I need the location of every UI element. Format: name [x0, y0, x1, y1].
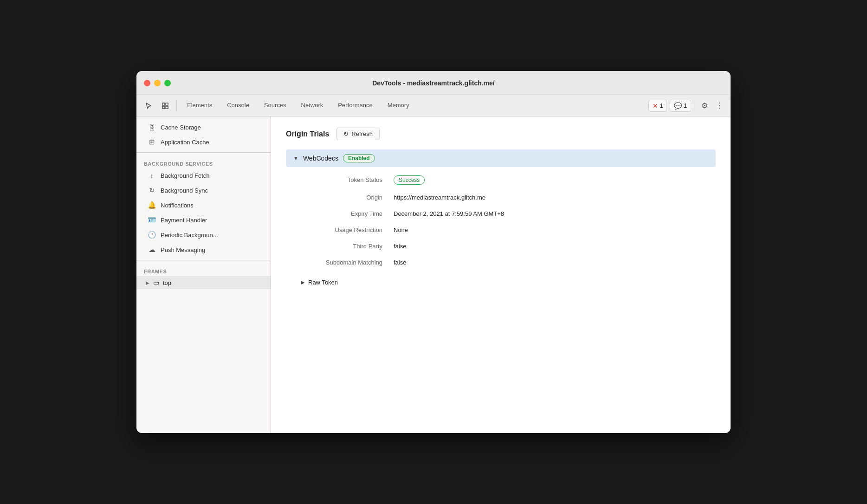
close-button[interactable]	[144, 80, 150, 86]
svg-rect-0	[162, 103, 165, 105]
tab-network[interactable]: Network	[294, 95, 331, 116]
label-third-party: Third Party	[301, 243, 394, 250]
sidebar-item-background-sync[interactable]: ↻ Background Sync	[136, 183, 271, 198]
trial-name: WebCodecs	[303, 155, 338, 162]
sidebar-label-payment-handler: Payment Handler	[161, 217, 207, 224]
tab-console[interactable]: Console	[220, 95, 257, 116]
panel-title: Origin Trials	[286, 130, 329, 138]
label-subdomain-matching: Subdomain Matching	[301, 259, 394, 266]
label-expiry-time: Expiry Time	[301, 210, 394, 217]
data-section: Token Status Success Origin https://medi…	[286, 167, 716, 274]
error-count: 1	[660, 103, 663, 109]
traffic-lights	[144, 80, 171, 86]
panel-header: Origin Trials ↻ Refresh	[286, 128, 716, 140]
sidebar-item-background-fetch[interactable]: ↕ Background Fetch	[136, 168, 271, 183]
sidebar-divider-2	[136, 260, 271, 260]
periodic-background-icon: 🕐	[148, 231, 156, 239]
subdomain-matching-value: false	[394, 259, 406, 266]
notifications-icon: 🔔	[148, 201, 156, 209]
svg-rect-3	[166, 106, 168, 109]
sidebar-item-notifications[interactable]: 🔔 Notifications	[136, 198, 271, 213]
label-origin: Origin	[301, 194, 394, 201]
sidebar-label-push-messaging: Push Messaging	[161, 246, 205, 253]
tab-sources[interactable]: Sources	[257, 95, 294, 116]
svg-rect-1	[166, 103, 168, 105]
error-icon: ✕	[653, 102, 658, 110]
tab-performance[interactable]: Performance	[330, 95, 380, 116]
trial-expand-arrow: ▼	[293, 155, 298, 161]
inspect-icon[interactable]	[157, 97, 174, 114]
push-messaging-icon: ☁	[148, 246, 156, 254]
maximize-button[interactable]	[164, 80, 171, 86]
tab-memory[interactable]: Memory	[380, 95, 417, 116]
background-services-label: Background Services	[136, 155, 271, 168]
devtools-window: DevTools - mediastreamtrack.glitch.me/ E…	[136, 71, 731, 433]
frame-folder-icon: ▭	[153, 279, 159, 286]
refresh-button[interactable]: ↻ Refresh	[336, 128, 380, 140]
third-party-value: false	[394, 243, 406, 250]
sidebar-item-periodic-background[interactable]: 🕐 Periodic Backgroun...	[136, 227, 271, 242]
badge-group: ✕ 1 💬 1	[648, 100, 691, 112]
error-badge-button[interactable]: ✕ 1	[648, 100, 667, 112]
minimize-button[interactable]	[154, 80, 161, 86]
trial-row[interactable]: ▼ WebCodecs Enabled	[286, 149, 716, 167]
tab-elements[interactable]: Elements	[180, 95, 220, 116]
data-row-subdomain-matching: Subdomain Matching false	[286, 254, 716, 271]
sidebar-divider-1	[136, 152, 271, 153]
message-icon: 💬	[674, 102, 682, 110]
expiry-time-value: December 2, 2021 at 7:59:59 AM GMT+8	[394, 210, 504, 217]
tab-bar: Elements Console Sources Network Perform…	[136, 95, 731, 116]
raw-token-arrow-icon: ▶	[301, 279, 304, 285]
sidebar-label-background-fetch: Background Fetch	[161, 172, 210, 179]
origin-value: https://mediastreamtrack.glitch.me	[394, 194, 485, 201]
sidebar-label-cache-storage: Cache Storage	[161, 124, 201, 131]
message-count: 1	[684, 103, 687, 109]
token-status-value: Success	[394, 175, 425, 185]
refresh-label: Refresh	[351, 130, 373, 137]
usage-restriction-value: None	[394, 226, 408, 233]
sidebar-item-payment-handler[interactable]: 🪪 Payment Handler	[136, 213, 271, 227]
enabled-badge: Enabled	[343, 154, 375, 162]
data-row-token-status: Token Status Success	[286, 171, 716, 189]
frames-label: Frames	[136, 263, 271, 276]
background-sync-icon: ↻	[148, 186, 156, 194]
data-row-usage-restriction: Usage Restriction None	[286, 222, 716, 238]
sidebar-label-background-sync: Background Sync	[161, 187, 208, 194]
data-row-origin: Origin https://mediastreamtrack.glitch.m…	[286, 189, 716, 206]
sidebar: 🗄 Cache Storage ⊞ Application Cache Back…	[136, 116, 271, 433]
sidebar-label-periodic-background: Periodic Backgroun...	[161, 232, 218, 239]
sidebar-label-application-cache: Application Cache	[161, 139, 209, 146]
sidebar-label-notifications: Notifications	[161, 202, 194, 209]
title-bar: DevTools - mediastreamtrack.glitch.me/	[136, 71, 731, 95]
sidebar-item-cache-storage[interactable]: 🗄 Cache Storage	[136, 120, 271, 135]
frame-top-label: top	[163, 279, 171, 286]
raw-token-label: Raw Token	[308, 279, 338, 286]
main-content: 🗄 Cache Storage ⊞ Application Cache Back…	[136, 116, 731, 433]
window-title: DevTools - mediastreamtrack.glitch.me/	[372, 79, 495, 87]
sidebar-frame-top[interactable]: ▶ ▭ top	[136, 276, 271, 289]
svg-rect-2	[162, 106, 165, 109]
tab-divider	[176, 100, 177, 111]
application-cache-icon: ⊞	[148, 138, 156, 146]
data-row-third-party: Third Party false	[286, 238, 716, 254]
settings-icon[interactable]: ⚙	[697, 98, 712, 113]
sidebar-item-application-cache[interactable]: ⊞ Application Cache	[136, 135, 271, 149]
cache-storage-icon: 🗄	[148, 123, 156, 131]
cursor-icon[interactable]	[140, 97, 157, 114]
more-icon[interactable]: ⋮	[712, 98, 727, 113]
payment-handler-icon: 🪪	[148, 216, 156, 224]
tab-divider-2	[694, 100, 694, 111]
frame-arrow-icon: ▶	[146, 280, 149, 285]
label-token-status: Token Status	[301, 176, 394, 183]
label-usage-restriction: Usage Restriction	[301, 226, 394, 233]
data-row-expiry-time: Expiry Time December 2, 2021 at 7:59:59 …	[286, 206, 716, 222]
background-fetch-icon: ↕	[148, 172, 156, 180]
refresh-icon: ↻	[343, 130, 349, 137]
message-badge-button[interactable]: 💬 1	[670, 100, 691, 112]
sidebar-item-push-messaging[interactable]: ☁ Push Messaging	[136, 242, 271, 257]
raw-token-row[interactable]: ▶ Raw Token	[286, 274, 716, 291]
panel: Origin Trials ↻ Refresh ▼ WebCodecs Enab…	[271, 116, 731, 433]
